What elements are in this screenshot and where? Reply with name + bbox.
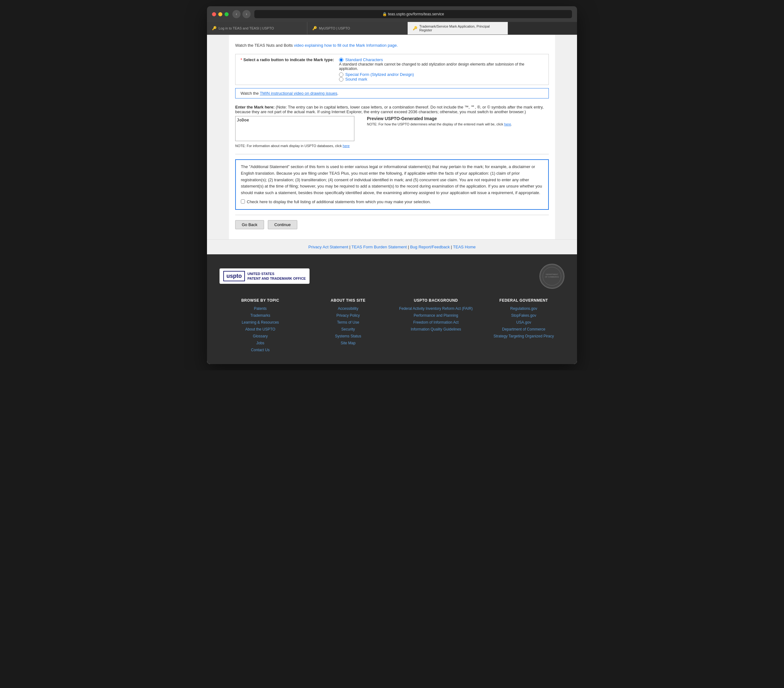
footer-link-commerce[interactable]: Department of Commerce	[483, 327, 565, 331]
preview-area: Preview USPTO-Generated Image NOTE: For …	[367, 116, 512, 126]
sound-mark-option[interactable]: Sound mark	[339, 77, 544, 82]
uspto-logo: uspto UNITED STATES PATENT AND TRADEMARK…	[219, 268, 310, 284]
additional-checkbox[interactable]	[241, 199, 245, 204]
mark-input-container: JoDoe NOTE: For information about mark d…	[235, 116, 354, 148]
button-divider	[235, 215, 549, 215]
footer-link-usa[interactable]: USA.gov	[483, 320, 565, 324]
federal-col-title: FEDERAL GOVERNMENT	[483, 298, 565, 303]
enter-mark-section: Enter the Mark here: (Note: The entry ca…	[235, 105, 549, 148]
mark-type-label: Select a radio button to indicate the Ma…	[243, 58, 334, 62]
teas-home-link[interactable]: TEAS Home	[453, 245, 476, 249]
tab-trademark[interactable]: 🔑 Trademark/Service Mark Application, Pr…	[408, 22, 508, 35]
logo-text: UNITED STATES PATENT AND TRADEMARK OFFIC…	[247, 272, 306, 281]
mark-input-area: JoDoe NOTE: For information about mark d…	[235, 116, 549, 148]
svg-text:OF COMMERCE: OF COMMERCE	[545, 276, 559, 278]
footer-link-fair[interactable]: Federal Activity Inventory Reform Act (F…	[395, 306, 477, 311]
mark-textarea[interactable]: JoDoe	[235, 116, 354, 141]
bug-report-link[interactable]: Bug Report/Feedback	[410, 245, 450, 249]
close-button[interactable]	[212, 12, 216, 16]
tab-icon: 🔑	[212, 26, 217, 30]
footer-link-performance[interactable]: Performance and Planning	[395, 313, 477, 318]
go-back-button[interactable]: Go Back	[235, 220, 264, 229]
tmin-link[interactable]: TMIN instructional video on drawing issu…	[260, 91, 337, 95]
footer-columns: BROWSE BY TOPIC Patents Trademarks Learn…	[219, 298, 565, 355]
footer-logo-row: uspto UNITED STATES PATENT AND TRADEMARK…	[219, 264, 565, 289]
footer-link-patents[interactable]: Patents	[219, 306, 301, 311]
footer-link-sitemap[interactable]: Site Map	[307, 341, 389, 345]
footer-link-contact[interactable]: Contact Us	[219, 348, 301, 352]
additional-statement-text: The "Additional Statement" section of th…	[241, 164, 542, 195]
footer-link-privacy[interactable]: Privacy Policy	[307, 313, 389, 318]
special-form-link[interactable]: Special Form (Stylized and/or Design)	[345, 72, 414, 77]
mark-type-options: Standard Characters A standard character…	[339, 58, 544, 82]
tab-icon: 🔑	[312, 26, 317, 30]
enter-mark-note: (Note: The entry can be in capital lette…	[235, 105, 544, 114]
nuts-bolts-link[interactable]: video explaining how to fill out the Mar…	[294, 43, 398, 48]
main-content: Watch the TEAS Nuts and Bolts video expl…	[229, 35, 555, 239]
enter-mark-label: Enter the Mark here: (Note: The entry ca…	[235, 105, 549, 114]
footer-link-foia[interactable]: Freedom of Information Act	[395, 320, 477, 324]
sound-mark-radio[interactable]	[339, 77, 343, 82]
back-button[interactable]: ‹	[232, 10, 240, 18]
footer-link-terms[interactable]: Terms of Use	[307, 320, 389, 324]
preview-title: Preview USPTO-Generated Image	[367, 116, 512, 121]
footer-link-stop-piracy[interactable]: Strategy Targeting Organized Piracy	[483, 334, 565, 338]
footer-link-jobs[interactable]: Jobs	[219, 341, 301, 345]
footer-col-background: USPTO BACKGROUND Federal Activity Invent…	[395, 298, 477, 355]
browser-window: ‹ › 🔒 teas.uspto.gov/forms/teas.service …	[207, 6, 577, 364]
maximize-button[interactable]	[224, 12, 229, 16]
footer-link-accessibility[interactable]: Accessibility	[307, 306, 389, 311]
preview-note: NOTE: For how the USPTO determines what …	[367, 122, 512, 126]
footer-link-learning[interactable]: Learning & Resources	[219, 320, 301, 324]
uspto-footer: uspto UNITED STATES PATENT AND TRADEMARK…	[207, 254, 577, 364]
address-bar[interactable]: 🔒 teas.uspto.gov/forms/teas.service	[254, 10, 572, 18]
footer-link-glossary[interactable]: Glossary	[219, 334, 301, 338]
footer-links-bar: Privacy Act Statement | TEAS Form Burden…	[207, 239, 577, 254]
section-divider	[235, 154, 549, 154]
watch-nuts-bolts-section: Watch the TEAS Nuts and Bolts video expl…	[235, 40, 549, 51]
svg-text:DEPARTMENT: DEPARTMENT	[546, 273, 558, 275]
additional-check-row[interactable]: Check here to display the full listing o…	[241, 199, 543, 206]
minimize-button[interactable]	[218, 12, 222, 16]
browser-tabs: 🔑 Log in to TEAS and TEASI | USPTO 🔑 MyU…	[207, 22, 577, 35]
button-row: Go Back Continue	[235, 220, 549, 229]
footer-link-trademarks[interactable]: Trademarks	[219, 313, 301, 318]
footer-col-about: ABOUT THIS SITE Accessibility Privacy Po…	[307, 298, 389, 355]
form-burden-link[interactable]: TEAS Form Burden Statement	[352, 245, 407, 249]
standard-chars-option[interactable]: Standard Characters	[339, 58, 544, 62]
privacy-act-link[interactable]: Privacy Act Statement	[308, 245, 348, 249]
preview-link[interactable]: here	[504, 122, 511, 126]
footer-link-regulations[interactable]: Regulations.gov	[483, 306, 565, 311]
required-star: *	[240, 58, 242, 62]
special-form-radio[interactable]	[339, 72, 343, 77]
footer-link-stopfakes[interactable]: StopFakes.gov	[483, 313, 565, 318]
tab-icon: 🔑	[413, 26, 417, 30]
special-form-option[interactable]: Special Form (Stylized and/or Design)	[339, 72, 544, 77]
standard-chars-radio[interactable]	[339, 58, 343, 62]
footer-link-about[interactable]: About the USPTO	[219, 327, 301, 331]
footer-col-browse: BROWSE BY TOPIC Patents Trademarks Learn…	[219, 298, 301, 355]
mark-type-section: * Select a radio button to indicate the …	[235, 54, 549, 85]
logo-box: uspto	[223, 271, 245, 281]
browse-col-title: BROWSE BY TOPIC	[219, 298, 301, 303]
additional-check-label: Check here to display the full listing o…	[247, 199, 431, 206]
browser-nav: ‹ ›	[232, 10, 250, 18]
tmin-section: Watch the TMIN instructional video on dr…	[235, 88, 549, 99]
additional-statement-section: The "Additional Statement" section of th…	[235, 159, 549, 210]
about-col-title: ABOUT THIS SITE	[307, 298, 389, 303]
traffic-lights	[212, 12, 229, 16]
footer-col-federal: FEDERAL GOVERNMENT Regulations.gov StopF…	[483, 298, 565, 355]
page-content: Watch the TEAS Nuts and Bolts video expl…	[207, 35, 577, 364]
forward-button[interactable]: ›	[242, 10, 250, 18]
tab-login[interactable]: 🔑 Log in to TEAS and TEASI | USPTO	[207, 22, 307, 35]
footer-link-security[interactable]: Security	[307, 327, 389, 331]
standard-chars-link[interactable]: Standard Characters	[345, 58, 383, 62]
footer-link-systems[interactable]: Systems Status	[307, 334, 389, 338]
continue-button[interactable]: Continue	[268, 220, 297, 229]
footer-link-quality[interactable]: Information Quality Guidelines	[395, 327, 477, 331]
standard-note: A standard character mark cannot be chan…	[339, 62, 544, 71]
sound-mark-link[interactable]: Sound mark	[345, 77, 367, 82]
mark-db-link[interactable]: here	[343, 144, 350, 148]
tab-myuspto[interactable]: 🔑 MyUSPTO | USPTO	[307, 22, 408, 35]
background-col-title: USPTO BACKGROUND	[395, 298, 477, 303]
